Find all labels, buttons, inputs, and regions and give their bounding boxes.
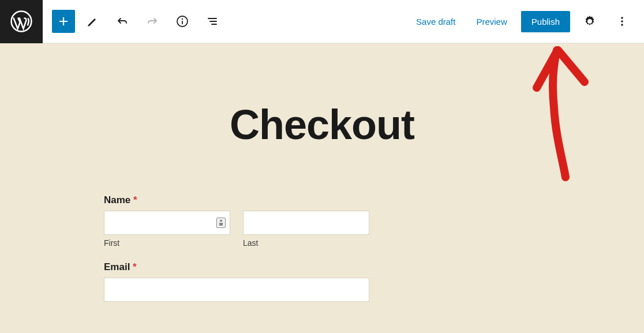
save-draft-button[interactable]: Save draft: [409, 12, 462, 31]
wordpress-icon: [10, 10, 32, 32]
editor-top-toolbar: Save draft Preview Publish: [0, 0, 644, 43]
add-block-button[interactable]: [52, 10, 75, 33]
gear-icon: [583, 14, 597, 28]
info-icon: [175, 14, 189, 28]
publish-button[interactable]: Publish: [521, 11, 570, 32]
email-input[interactable]: [104, 278, 369, 302]
first-name-input[interactable]: [104, 211, 230, 235]
more-options-button[interactable]: [609, 9, 635, 34]
toolbar-left-group: [43, 9, 225, 34]
svg-point-4: [621, 20, 623, 23]
more-vertical-icon: [615, 14, 629, 28]
last-name-column: Last: [243, 211, 369, 248]
required-mark: *: [133, 194, 137, 205]
last-name-input[interactable]: [243, 211, 369, 235]
info-button[interactable]: [170, 9, 195, 34]
email-label: Email *: [104, 261, 369, 273]
autofill-contact-icon[interactable]: [216, 218, 226, 228]
preview-button[interactable]: Preview: [469, 12, 514, 31]
undo-icon: [115, 14, 129, 28]
wordpress-logo-button[interactable]: [0, 0, 43, 43]
email-field: Email *: [104, 261, 369, 302]
svg-point-2: [182, 18, 183, 20]
last-name-sublabel: Last: [243, 238, 369, 248]
redo-button[interactable]: [140, 9, 165, 34]
plus-icon: [57, 14, 70, 28]
checkout-form: Name * First Last Email *: [104, 194, 369, 302]
toolbar-right-group: Save draft Preview Publish: [409, 9, 644, 34]
name-row: First Last: [104, 211, 369, 248]
name-label: Name *: [104, 194, 369, 206]
settings-button[interactable]: [577, 9, 602, 34]
svg-point-3: [621, 17, 623, 19]
outline-button[interactable]: [200, 9, 225, 34]
redo-icon: [145, 14, 159, 28]
required-mark: *: [133, 261, 137, 272]
undo-button[interactable]: [110, 9, 135, 34]
edit-mode-button[interactable]: [80, 9, 105, 34]
page-title[interactable]: Checkout: [0, 101, 644, 148]
list-outline-icon: [205, 14, 219, 28]
first-name-sublabel: First: [104, 238, 230, 248]
svg-point-5: [621, 24, 623, 26]
pencil-icon: [85, 14, 99, 28]
first-name-column: First: [104, 211, 230, 248]
editor-canvas[interactable]: Checkout Name * First Last Email *: [0, 43, 644, 333]
